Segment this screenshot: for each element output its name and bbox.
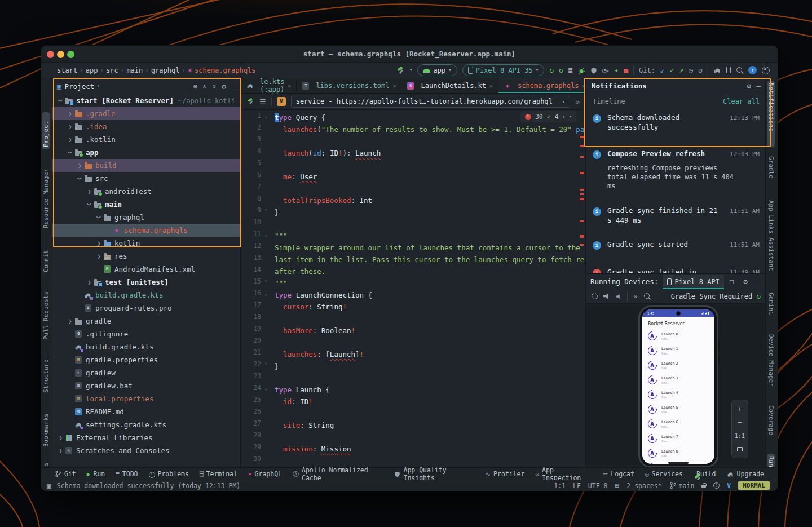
chevron-open-icon[interactable]: ❯ (58, 97, 64, 104)
launch-list-item[interactable]: ALaunch 7Site... (642, 431, 714, 446)
fold-marker-icon[interactable]: ⌄ (264, 291, 267, 296)
tree-item--idea[interactable]: ❯.idea (52, 120, 240, 133)
tool-window-button-graphql[interactable]: ✶GraphQL (248, 470, 282, 478)
next-problem-icon[interactable]: ▾ (569, 114, 572, 119)
editor-tab-libs-versions-toml[interactable]: Tlibs.versions.toml✕ (297, 78, 401, 93)
tool-window-button-run[interactable]: ▶Run (87, 470, 105, 478)
stripe-tab-notifications[interactable]: Notifications (767, 81, 775, 147)
run-configuration-select[interactable]: app ▾ (417, 64, 457, 76)
tree-item-settings-gradle-kts[interactable]: settings.gradle.kts (52, 418, 240, 431)
stripe-tab-commit[interactable]: Commit (42, 240, 50, 274)
screen-inspect-icon[interactable] (643, 293, 651, 300)
project-settings-gear-icon[interactable]: ⚙ (222, 82, 226, 91)
fold-marker-icon[interactable]: ⌄ (264, 386, 267, 391)
code-editor[interactable]: 1⌄type Query {2 launches("The number of … (241, 110, 585, 467)
editor-tab-le-kts-app-[interactable]: le.kts (:app)✕ (241, 78, 297, 93)
chevron-closed-icon[interactable]: ❯ (67, 110, 74, 117)
stripe-tab-app-links-assistant[interactable]: App Links Assistant (767, 198, 775, 284)
tree-item--gradle[interactable]: ❯.gradle (52, 107, 240, 120)
error-stripe-mark[interactable] (580, 193, 584, 195)
file-encoding[interactable]: UTF-8 (588, 482, 608, 490)
chevron-closed-icon[interactable]: ❯ (57, 435, 64, 441)
apply-changes-icon[interactable]: ↻ (559, 67, 563, 74)
sync-now-icon[interactable]: ↻ (756, 293, 761, 300)
inspections-status-icon[interactable]: ! (713, 482, 720, 489)
readonly-lock-icon[interactable] (701, 485, 706, 488)
stripe-tab-structure[interactable]: Structure (42, 351, 50, 395)
error-stripe-mark[interactable] (580, 136, 584, 138)
ide-update-icon[interactable]: ↑ (748, 66, 757, 74)
device-manager-icon[interactable] (726, 67, 731, 74)
launch-list-item[interactable]: ALaunch 1Site... (642, 343, 714, 358)
breadcrumb-item[interactable]: main (126, 67, 143, 74)
launch-list-item[interactable]: ALaunch 2Site... (642, 358, 714, 373)
run-icon[interactable]: ↻ (549, 67, 554, 74)
chevron-closed-icon[interactable]: ❯ (57, 448, 64, 454)
tree-item-external-libraries[interactable]: ❯External Libraries (52, 431, 240, 444)
tree-item-proguard-rules-pro[interactable]: ≡proguard-rules.pro (52, 302, 240, 315)
emulator-phone[interactable]: 1:43 Rocket Reserver ALaunch 0Site...ALa… (638, 305, 718, 468)
tree-item-graphql[interactable]: ❯graphql (52, 211, 240, 224)
device-mirroring-icon[interactable]: ◔▾ (602, 67, 610, 74)
layout-toggle-icon[interactable]: ▣ (47, 482, 51, 489)
breadcrumb-item[interactable]: start (57, 67, 77, 74)
git-push-icon[interactable]: ↗ (679, 67, 684, 74)
running-devices-gear-icon[interactable]: ⚙ (743, 277, 748, 286)
notification-item[interactable]: iGradle sync finished in 21 s 449 ms11:5… (586, 202, 766, 230)
breadcrumb-item[interactable]: graphql (151, 67, 180, 74)
attach-debugger-icon[interactable] (590, 67, 597, 74)
error-stripe-mark[interactable] (580, 244, 584, 246)
tool-window-button-logcat[interactable]: ☰Logcat (602, 470, 634, 478)
account-avatar[interactable] (762, 67, 770, 74)
zoom-actual-button[interactable]: 1:1 (733, 429, 747, 442)
tree-item-schema-graphqls[interactable]: ✶schema.graphqls (52, 224, 240, 237)
close-tab-icon[interactable]: ✕ (392, 83, 396, 89)
chevron-open-icon[interactable]: ❯ (96, 214, 102, 221)
tree-item-local-properties[interactable]: ▤local.properties (52, 392, 240, 405)
sync-list-icon[interactable]: ≣ (568, 67, 573, 74)
chevron-closed-icon[interactable]: ❯ (67, 318, 74, 324)
stripe-tab-project[interactable]: Project (42, 112, 50, 149)
chevron-closed-icon[interactable]: ❯ (67, 136, 74, 143)
chevron-closed-icon[interactable]: ❯ (86, 279, 93, 285)
caret-position[interactable]: 1:1 (554, 482, 566, 490)
tree-item-scratches-and-consoles[interactable]: ❯✎Scratches and Consoles (52, 444, 240, 457)
git-commit-icon[interactable]: ✓ (670, 67, 674, 74)
volume-up-icon[interactable] (603, 294, 610, 299)
error-stripe-mark[interactable] (580, 189, 584, 191)
fold-marker-icon[interactable]: ⌃ (264, 279, 267, 285)
indent-setting[interactable]: 2 spaces* (626, 482, 661, 490)
tree-item-gradle[interactable]: ❯gradle (52, 315, 240, 327)
tree-item-src[interactable]: ❯src (52, 172, 240, 185)
chevron-closed-icon[interactable]: ❯ (76, 162, 83, 169)
chevron-closed-icon[interactable]: ❯ (86, 188, 93, 194)
build-dropdown-icon[interactable]: ▾ (409, 68, 412, 73)
stripe-tab-gemini[interactable]: Gemini (767, 290, 775, 325)
tree-item-build[interactable]: ❯build (52, 159, 240, 172)
build-hammer-icon[interactable] (396, 67, 404, 74)
expand-all-icon[interactable]: « (201, 84, 209, 88)
tree-item--kotlin[interactable]: ❯.kotlin (52, 133, 240, 146)
tree-item-test-unittest-[interactable]: ❯test [unitTest] (52, 276, 240, 289)
tree-item-build-gradle-kts[interactable]: build.gradle.kts (52, 340, 240, 353)
emulator-screen[interactable]: 1:43 Rocket Reserver ALaunch 0Site...ALa… (642, 309, 714, 464)
tool-window-button-problems[interactable]: !Problems (149, 470, 189, 478)
hide-running-devices-icon[interactable]: — (757, 277, 762, 286)
profiler-icon[interactable]: ✦ (614, 67, 619, 74)
error-stripe-mark[interactable] (580, 235, 584, 238)
chevron-closed-icon[interactable]: ❯ (95, 253, 103, 259)
tree-item--gitignore[interactable]: G.gitignore (52, 327, 240, 340)
zoom-in-button[interactable]: + (733, 402, 747, 415)
zoom-out-button[interactable]: − (733, 416, 747, 428)
close-tab-icon[interactable]: ✕ (288, 83, 291, 89)
launch-list[interactable]: ALaunch 0Site...ALaunch 1Site...ALaunch … (642, 329, 714, 464)
clear-all-link[interactable]: Clear all (723, 98, 760, 105)
tree-item-start-rocket-reserver-[interactable]: ❯start [Rocket Reserver]~/apollo-kotli (52, 94, 240, 107)
debug-icon[interactable] (578, 67, 585, 74)
collapse-all-icon[interactable]: » (210, 84, 219, 88)
tree-item-gradle-properties[interactable]: ▤gradle.properties (52, 353, 240, 366)
tree-item-build-gradle-kts[interactable]: build.gradle.kts (52, 289, 240, 302)
hide-panel-icon[interactable]: — (231, 82, 236, 91)
stripe-tab-bookmarks[interactable]: Bookmarks (42, 404, 50, 449)
tree-item-kotlin[interactable]: ❯kotlin (52, 237, 240, 250)
